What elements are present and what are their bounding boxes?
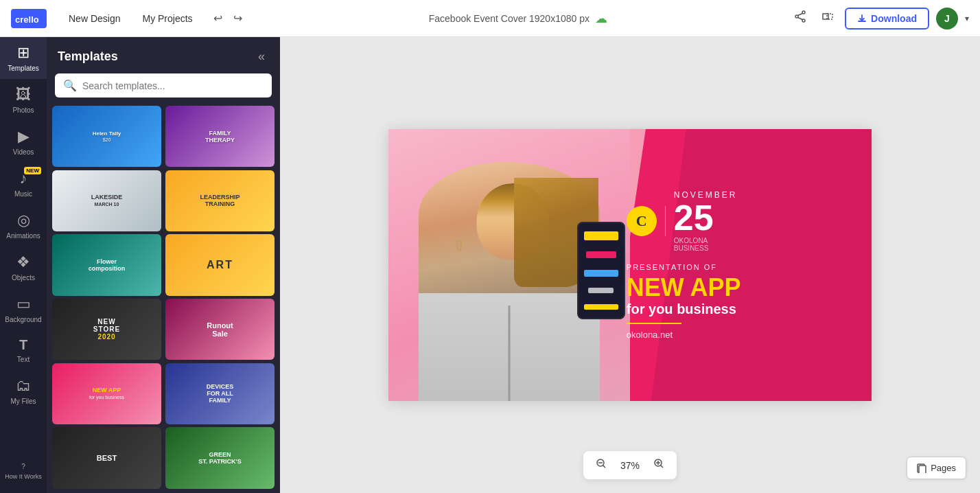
list-item[interactable]: NEW APPfor you business xyxy=(52,363,161,424)
svg-text:crello: crello xyxy=(15,14,39,25)
banner-line xyxy=(627,323,681,324)
right-actions: Download J ▾ xyxy=(790,6,969,30)
crello-logo[interactable]: crello xyxy=(11,9,47,28)
new-design-button[interactable]: New Design xyxy=(63,10,126,27)
new-badge: NEW xyxy=(24,167,41,174)
templates-icon: ⊞ xyxy=(17,44,30,62)
search-input[interactable] xyxy=(82,80,264,91)
svg-line-13 xyxy=(661,466,664,468)
svg-rect-8 xyxy=(827,14,832,19)
banner-brand: OKOLONA BUSINESS xyxy=(674,237,709,252)
my-projects-button[interactable]: My Projects xyxy=(137,10,198,27)
search-box[interactable]: 🔍 xyxy=(55,73,272,98)
svg-point-2 xyxy=(802,11,805,14)
svg-line-5 xyxy=(798,14,802,16)
pages-label: Pages xyxy=(931,463,956,473)
sidebar-item-background[interactable]: ▭ Background xyxy=(0,288,47,330)
redo-button[interactable]: ↪ xyxy=(229,8,246,29)
zoom-out-button[interactable] xyxy=(594,457,608,474)
svg-line-6 xyxy=(798,18,802,20)
download-button[interactable]: Download xyxy=(845,8,929,30)
top-bar: crello New Design My Projects ↩ ↪ Facebo… xyxy=(0,0,980,37)
banner-logo-circle: C xyxy=(627,206,657,236)
collapse-panel-button[interactable]: « xyxy=(254,48,269,65)
videos-icon: ▶ xyxy=(18,128,30,146)
list-item[interactable]: GREENST. PATRICK'S xyxy=(165,427,275,488)
sidebar-item-how-it-works[interactable]: ? How It Works xyxy=(0,456,47,488)
banner-design: C NOVEMBER 25 OKOLONA BUSINESS PRESE xyxy=(388,129,872,401)
svg-line-10 xyxy=(603,466,606,468)
photos-icon: 🖼 xyxy=(16,86,31,104)
background-icon: ▭ xyxy=(16,295,31,313)
banner-presentation-text: PRESENTATION OF xyxy=(627,263,717,271)
svg-rect-7 xyxy=(823,14,828,19)
sidebar-item-music[interactable]: NEW ♪ Music xyxy=(0,163,47,205)
list-item[interactable]: RunoutSale xyxy=(165,299,275,360)
how-it-works-label: How It Works xyxy=(5,473,41,481)
search-icon: 🔍 xyxy=(63,79,77,92)
avatar[interactable]: J xyxy=(936,8,958,30)
banner-divider xyxy=(665,206,666,236)
undo-redo-group: ↩ ↪ xyxy=(209,8,246,29)
template-grid: Helen Tally$20 FAMILYTHERAPY LAKESIDEMAR… xyxy=(47,106,280,493)
objects-icon: ❖ xyxy=(16,253,30,271)
animations-icon: ◎ xyxy=(17,211,30,229)
document-title: Facebook Event Cover 1920x1080 px xyxy=(429,13,590,24)
zoom-in-button[interactable] xyxy=(652,457,666,474)
document-title-area: Facebook Event Cover 1920x1080 px ☁ xyxy=(257,11,780,26)
sidebar-item-templates[interactable]: ⊞ Templates xyxy=(0,37,47,79)
canvas-wrapper[interactable]: C NOVEMBER 25 OKOLONA BUSINESS PRESE xyxy=(388,129,872,401)
sidebar-item-videos[interactable]: ▶ Videos xyxy=(0,121,47,163)
account-chevron-button[interactable]: ▾ xyxy=(965,14,969,23)
list-item[interactable]: LAKESIDEMARCH 10 xyxy=(52,170,161,231)
svg-point-3 xyxy=(802,19,805,22)
panel-title: Templates xyxy=(58,49,118,64)
svg-point-4 xyxy=(795,15,798,18)
templates-panel: Templates « 🔍 Helen Tally$20 FAMILYTHERA… xyxy=(47,37,280,493)
list-item[interactable]: NEWSTORE2020 xyxy=(52,299,161,360)
list-item[interactable]: ART xyxy=(165,234,275,295)
undo-button[interactable]: ↩ xyxy=(209,8,226,29)
list-item[interactable]: LEADERSHIPTRAINING xyxy=(165,170,275,231)
sidebar-item-my-files[interactable]: 🗂 My Files xyxy=(0,370,47,412)
banner-date-number: 25 xyxy=(674,200,714,236)
list-item[interactable]: DEVICESFOR ALLFAMILY xyxy=(165,363,275,424)
banner-person-area xyxy=(388,129,630,401)
pages-button[interactable]: Pages xyxy=(907,457,966,479)
canvas-area: C NOVEMBER 25 OKOLONA BUSINESS PRESE xyxy=(280,37,980,493)
banner-headline1: NEW APP xyxy=(627,274,741,301)
sidebar-item-text[interactable]: T Text xyxy=(0,330,47,370)
zoom-controls: 37% xyxy=(583,451,677,479)
banner-website: okolona.net xyxy=(627,330,673,340)
sidebar-item-animations[interactable]: ◎ Animations xyxy=(0,205,47,246)
banner-date-col: NOVEMBER 25 OKOLONA BUSINESS xyxy=(674,190,738,252)
text-icon: T xyxy=(19,337,27,353)
banner-logo-row: C NOVEMBER 25 OKOLONA BUSINESS xyxy=(627,190,738,252)
main-layout: ⊞ Templates 🖼 Photos ▶ Videos NEW ♪ Musi… xyxy=(0,37,980,493)
share-button[interactable] xyxy=(790,6,810,30)
zoom-level: 37% xyxy=(616,460,644,471)
list-item[interactable]: FAMILYTHERAPY xyxy=(165,106,275,167)
banner-headline2: for you business xyxy=(627,301,736,317)
resize-button[interactable] xyxy=(817,6,838,30)
sidebar-item-objects[interactable]: ❖ Objects xyxy=(0,246,47,288)
my-files-icon: 🗂 xyxy=(16,377,31,395)
list-item[interactable]: Helen Tally$20 xyxy=(52,106,161,167)
save-cloud-icon: ☁ xyxy=(595,11,607,26)
icon-rail: ⊞ Templates 🖼 Photos ▶ Videos NEW ♪ Musi… xyxy=(0,37,47,493)
how-it-works-icon: ? xyxy=(21,463,25,470)
svg-rect-17 xyxy=(919,466,926,473)
list-item[interactable]: Flowercomposition xyxy=(52,234,161,295)
list-item[interactable]: BEST xyxy=(52,427,161,488)
sidebar-item-photos[interactable]: 🖼 Photos xyxy=(0,79,47,121)
banner-right-content: C NOVEMBER 25 OKOLONA BUSINESS PRESE xyxy=(606,129,872,401)
panel-header: Templates « xyxy=(47,37,280,73)
